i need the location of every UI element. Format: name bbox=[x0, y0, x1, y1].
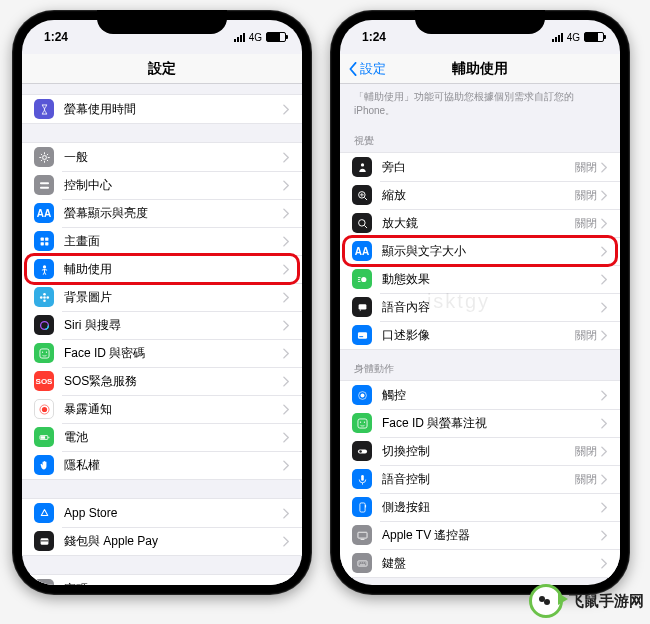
row-detail: 關閉 bbox=[575, 160, 597, 175]
flower-icon bbox=[34, 287, 54, 307]
row-label: 鍵盤 bbox=[382, 555, 601, 572]
row-label: Face ID 與螢幕注視 bbox=[382, 415, 601, 432]
settings-row[interactable]: Apple TV 遙控器 bbox=[340, 521, 620, 549]
row-label: 電池 bbox=[64, 429, 283, 446]
svg-rect-5 bbox=[40, 242, 43, 245]
settings-row[interactable]: 觸控 bbox=[340, 381, 620, 409]
signal-icon bbox=[234, 33, 245, 42]
battery-icon bbox=[34, 427, 54, 447]
settings-row[interactable]: AA螢幕顯示與亮度 bbox=[22, 199, 302, 227]
faceid-icon bbox=[34, 343, 54, 363]
chevron-right-icon bbox=[283, 508, 290, 519]
wallet-icon bbox=[34, 531, 54, 551]
svg-rect-22 bbox=[40, 436, 45, 439]
faceid-icon bbox=[352, 413, 372, 433]
row-label: 輔助使用 bbox=[64, 261, 283, 278]
settings-row[interactable]: 旁白關閉 bbox=[340, 153, 620, 181]
settings-row[interactable]: SOSSOS緊急服務 bbox=[22, 367, 302, 395]
chevron-right-icon bbox=[601, 390, 608, 401]
settings-row[interactable]: 縮放關閉 bbox=[340, 181, 620, 209]
svg-rect-32 bbox=[359, 336, 363, 337]
row-label: 切換控制 bbox=[382, 443, 575, 460]
settings-row[interactable]: 輔助使用 bbox=[22, 255, 302, 283]
motion-icon bbox=[352, 269, 372, 289]
settings-row[interactable]: 背景圖片 bbox=[22, 283, 302, 311]
chevron-right-icon bbox=[601, 558, 608, 569]
settings-row[interactable]: Siri 與搜尋 bbox=[22, 311, 302, 339]
row-label: 背景圖片 bbox=[64, 289, 283, 306]
settings-row[interactable]: 口述影像關閉 bbox=[340, 321, 620, 349]
settings-row[interactable]: 電池 bbox=[22, 423, 302, 451]
section-label: 視覺 bbox=[340, 122, 620, 152]
chevron-left-icon bbox=[348, 62, 358, 76]
svg-point-12 bbox=[46, 296, 49, 299]
svg-point-9 bbox=[43, 292, 46, 295]
back-button[interactable]: 設定 bbox=[348, 60, 386, 78]
settings-row[interactable]: 主畫面 bbox=[22, 227, 302, 255]
row-label: Apple TV 遙控器 bbox=[382, 527, 601, 544]
header-note: 「輔助使用」功能可協助您根據個別需求自訂您的 iPhone。 bbox=[340, 84, 620, 122]
row-label: 縮放 bbox=[382, 187, 575, 204]
chevron-right-icon bbox=[601, 330, 608, 341]
navbar: 設定 bbox=[22, 54, 302, 84]
settings-row[interactable]: 放大鏡關閉 bbox=[340, 209, 620, 237]
svg-point-10 bbox=[43, 299, 46, 302]
chevron-right-icon bbox=[601, 418, 608, 429]
settings-row[interactable]: 錢包與 Apple Pay bbox=[22, 527, 302, 555]
settings-row[interactable]: 側邊按鈕 bbox=[340, 493, 620, 521]
svg-rect-6 bbox=[45, 242, 48, 245]
row-label: 螢幕使用時間 bbox=[64, 101, 283, 118]
settings-list[interactable]: 螢幕使用時間一般控制中心AA螢幕顯示與亮度主畫面輔助使用背景圖片Siri 與搜尋… bbox=[22, 84, 302, 585]
zoom-icon bbox=[352, 185, 372, 205]
voiceover-icon bbox=[352, 157, 372, 177]
row-label: 口述影像 bbox=[382, 327, 575, 344]
chevron-right-icon bbox=[283, 180, 290, 191]
svg-rect-2 bbox=[39, 186, 48, 188]
svg-rect-24 bbox=[40, 540, 48, 541]
settings-row[interactable]: 鍵盤 bbox=[340, 549, 620, 577]
settings-row[interactable]: 一般 bbox=[22, 143, 302, 171]
row-label: 一般 bbox=[64, 149, 283, 166]
chevron-right-icon bbox=[601, 302, 608, 313]
svg-point-17 bbox=[45, 351, 46, 352]
svg-point-16 bbox=[41, 351, 42, 352]
mic-icon bbox=[352, 469, 372, 489]
section-label: 身體動作 bbox=[340, 350, 620, 380]
svg-point-11 bbox=[39, 296, 42, 299]
settings-row[interactable]: Face ID 與螢幕注視 bbox=[340, 409, 620, 437]
accessibility-list[interactable]: 「輔助使用」功能可協助您根據個別需求自訂您的 iPhone。視覺旁白關閉縮放關閉… bbox=[340, 84, 620, 585]
chevron-right-icon bbox=[601, 502, 608, 513]
chevron-right-icon bbox=[283, 292, 290, 303]
settings-group: 螢幕使用時間 bbox=[22, 94, 302, 124]
tv-icon bbox=[352, 525, 372, 545]
row-label: 密碼 bbox=[64, 581, 283, 586]
keyboard-icon bbox=[352, 553, 372, 573]
side-icon bbox=[352, 497, 372, 517]
settings-row[interactable]: 語音內容 bbox=[340, 293, 620, 321]
row-label: App Store bbox=[64, 506, 283, 520]
settings-row[interactable]: 語音控制關閉 bbox=[340, 465, 620, 493]
aa-icon: AA bbox=[34, 203, 54, 223]
chevron-right-icon bbox=[283, 264, 290, 275]
settings-row[interactable]: 動態效果 bbox=[340, 265, 620, 293]
settings-row[interactable]: AA顯示與文字大小 bbox=[340, 237, 620, 265]
settings-row[interactable]: 密碼 bbox=[22, 575, 302, 585]
settings-row[interactable]: 暴露通知 bbox=[22, 395, 302, 423]
status-network: 4G bbox=[567, 32, 580, 43]
settings-row[interactable]: 螢幕使用時間 bbox=[22, 95, 302, 123]
switches-icon bbox=[34, 175, 54, 195]
settings-row[interactable]: 隱私權 bbox=[22, 451, 302, 479]
chevron-right-icon bbox=[283, 432, 290, 443]
chevron-right-icon bbox=[601, 190, 608, 201]
svg-rect-43 bbox=[357, 532, 366, 538]
settings-row[interactable]: App Store bbox=[22, 499, 302, 527]
row-label: Siri 與搜尋 bbox=[64, 317, 283, 334]
settings-row[interactable]: Face ID 與密碼 bbox=[22, 339, 302, 367]
settings-row[interactable]: 控制中心 bbox=[22, 171, 302, 199]
row-detail: 關閉 bbox=[575, 188, 597, 203]
settings-row[interactable]: 切換控制關閉 bbox=[340, 437, 620, 465]
row-label: 螢幕顯示與亮度 bbox=[64, 205, 283, 222]
svg-rect-35 bbox=[357, 418, 366, 427]
battery-icon bbox=[584, 32, 604, 42]
chevron-right-icon bbox=[601, 530, 608, 541]
